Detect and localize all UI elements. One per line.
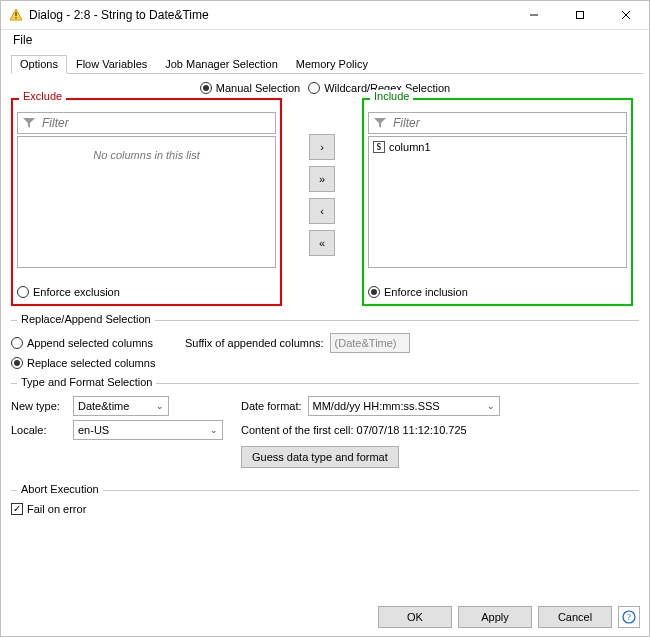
section-legend: Replace/Append Selection bbox=[17, 313, 155, 325]
radio-dot-icon bbox=[11, 337, 23, 349]
move-all-right-button[interactable]: » bbox=[309, 166, 335, 192]
move-left-button[interactable]: ‹ bbox=[309, 198, 335, 224]
section-legend: Type and Format Selection bbox=[17, 376, 156, 388]
radio-dot-icon bbox=[17, 286, 29, 298]
checkbox-label: Fail on error bbox=[27, 503, 86, 515]
tab-content: Manual Selection Wildcard/Regex Selectio… bbox=[1, 74, 649, 515]
filter-icon bbox=[373, 117, 387, 129]
close-button[interactable] bbox=[603, 1, 649, 30]
suffix-label: Suffix of appended columns: bbox=[185, 337, 324, 349]
svg-text:?: ? bbox=[627, 612, 631, 622]
string-type-icon: S bbox=[373, 141, 385, 153]
move-right-button[interactable]: › bbox=[309, 134, 335, 160]
radio-dot-icon bbox=[11, 357, 23, 369]
button-label: Cancel bbox=[558, 611, 592, 623]
maximize-button[interactable] bbox=[557, 1, 603, 30]
exclude-panel: Exclude No columns in this list Enforce … bbox=[11, 98, 282, 306]
radio-dot-icon bbox=[200, 82, 212, 94]
button-label: OK bbox=[407, 611, 423, 623]
include-panel: Include S column1 Enforce inclusion bbox=[362, 98, 633, 306]
exclude-list[interactable]: No columns in this list bbox=[17, 136, 276, 268]
checkbox-icon bbox=[11, 503, 23, 515]
include-legend: Include bbox=[370, 90, 413, 102]
radio-manual-selection[interactable]: Manual Selection bbox=[200, 82, 300, 94]
exclude-legend: Exclude bbox=[19, 90, 66, 102]
button-label: Apply bbox=[481, 611, 509, 623]
chevron-down-icon: ⌄ bbox=[487, 401, 495, 411]
new-type-label: New type: bbox=[11, 400, 67, 412]
radio-enforce-inclusion[interactable]: Enforce inclusion bbox=[368, 286, 627, 298]
radio-label: Append selected columns bbox=[27, 337, 153, 349]
svg-rect-0 bbox=[15, 12, 17, 16]
select-value: Date&time bbox=[78, 400, 129, 412]
window-title: Dialog - 2:8 - String to Date&Time bbox=[29, 8, 209, 22]
locale-label: Locale: bbox=[11, 424, 67, 436]
tab-options[interactable]: Options bbox=[11, 55, 67, 74]
section-legend: Abort Execution bbox=[17, 483, 103, 495]
radio-label: Enforce inclusion bbox=[384, 286, 468, 298]
svg-rect-1 bbox=[15, 17, 17, 19]
selection-mode-row: Manual Selection Wildcard/Regex Selectio… bbox=[11, 82, 639, 94]
menu-file[interactable]: File bbox=[7, 31, 38, 49]
cancel-button[interactable]: Cancel bbox=[538, 606, 612, 628]
radio-label: Enforce exclusion bbox=[33, 286, 120, 298]
guess-button[interactable]: Guess data type and format bbox=[241, 446, 399, 468]
date-format-label: Date format: bbox=[241, 400, 302, 412]
suffix-input[interactable] bbox=[330, 333, 410, 353]
exclude-filter[interactable] bbox=[17, 112, 276, 134]
select-value: MM/dd/yy HH:mm:ss.SSS bbox=[313, 400, 440, 412]
help-button[interactable]: ? bbox=[618, 606, 640, 628]
radio-replace-columns[interactable]: Replace selected columns bbox=[11, 357, 155, 369]
radio-enforce-exclusion[interactable]: Enforce exclusion bbox=[17, 286, 276, 298]
radio-append-columns[interactable]: Append selected columns bbox=[11, 337, 153, 349]
list-item[interactable]: S column1 bbox=[371, 139, 624, 155]
replace-append-section: Replace/Append Selection Append selected… bbox=[11, 320, 639, 369]
tab-flow-variables[interactable]: Flow Variables bbox=[67, 55, 156, 74]
ok-button[interactable]: OK bbox=[378, 606, 452, 628]
filter-icon bbox=[22, 117, 36, 129]
include-filter-input[interactable] bbox=[391, 115, 622, 131]
minimize-button[interactable] bbox=[511, 1, 557, 30]
abort-section: Abort Execution Fail on error bbox=[11, 490, 639, 515]
move-buttons: › » ‹ « bbox=[282, 98, 362, 306]
exclude-filter-input[interactable] bbox=[40, 115, 271, 131]
radio-dot-icon bbox=[308, 82, 320, 94]
tab-job-manager[interactable]: Job Manager Selection bbox=[156, 55, 287, 74]
column-selection: Exclude No columns in this list Enforce … bbox=[11, 98, 639, 306]
new-type-select[interactable]: Date&time ⌄ bbox=[73, 396, 169, 416]
titlebar: Dialog - 2:8 - String to Date&Time bbox=[1, 1, 649, 30]
chevron-down-icon: ⌄ bbox=[156, 401, 164, 411]
apply-button[interactable]: Apply bbox=[458, 606, 532, 628]
column-name: column1 bbox=[389, 141, 431, 153]
select-value: en-US bbox=[78, 424, 109, 436]
tabstrip: Options Flow Variables Job Manager Selec… bbox=[11, 54, 643, 74]
app-icon bbox=[9, 8, 23, 22]
type-format-section: Type and Format Selection New type: Date… bbox=[11, 383, 639, 468]
locale-select[interactable]: en-US ⌄ bbox=[73, 420, 223, 440]
include-list[interactable]: S column1 bbox=[368, 136, 627, 268]
include-filter[interactable] bbox=[368, 112, 627, 134]
chevron-down-icon: ⌄ bbox=[210, 425, 218, 435]
empty-message: No columns in this list bbox=[20, 149, 273, 161]
radio-label: Manual Selection bbox=[216, 82, 300, 94]
move-all-left-button[interactable]: « bbox=[309, 230, 335, 256]
radio-dot-icon bbox=[368, 286, 380, 298]
menubar: File bbox=[1, 30, 649, 50]
checkbox-fail-on-error[interactable]: Fail on error bbox=[11, 503, 86, 515]
radio-label: Replace selected columns bbox=[27, 357, 155, 369]
button-label: Guess data type and format bbox=[252, 451, 388, 463]
first-cell-content: Content of the first cell: 07/07/18 11:1… bbox=[241, 424, 467, 436]
tab-memory-policy[interactable]: Memory Policy bbox=[287, 55, 377, 74]
date-format-select[interactable]: MM/dd/yy HH:mm:ss.SSS ⌄ bbox=[308, 396, 500, 416]
svg-rect-3 bbox=[577, 12, 584, 19]
dialog-button-bar: OK Apply Cancel ? bbox=[0, 597, 650, 637]
